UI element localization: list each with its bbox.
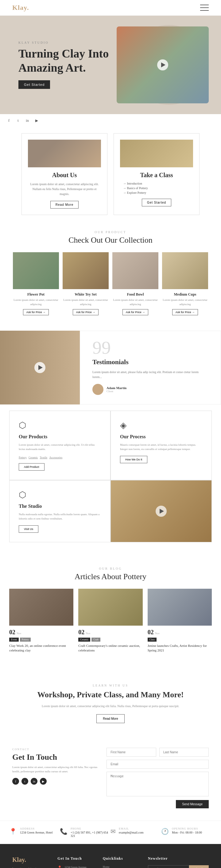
visit-us-button[interactable]: Visit Us xyxy=(19,525,38,533)
product-desc-3: Lorem ipsum dolor sit amet, consectetur … xyxy=(112,298,158,306)
blog-tag-ceramic[interactable]: Ceramic xyxy=(78,638,90,642)
email-label: Email xyxy=(119,827,144,830)
hero-content: KLAY STUDIO Turning Clay Into Amazing Ar… xyxy=(19,41,109,89)
contact-social-instagram[interactable]: in xyxy=(31,778,37,785)
testimonial-play-button[interactable] xyxy=(34,362,45,373)
class-get-started-button[interactable]: Get Started xyxy=(142,199,171,207)
products-grid: Flower Pot Lorem ipsum dolor sit amet, c… xyxy=(0,252,221,324)
blog-tag-event[interactable]: Event xyxy=(9,638,19,642)
blog-card-2: 02 Nov Ceramic Craft Craft Contemporary'… xyxy=(78,589,142,653)
about-description: Lorem ipsum dolor sit amet, consectetur … xyxy=(28,182,101,196)
product-image-4 xyxy=(162,252,208,289)
the-studio-box: ⬡ The Studio Nulla malesuada nulla egest… xyxy=(9,480,110,542)
blog-card-3: 02 Nov Class Jenine launches Crafts, Art… xyxy=(148,589,212,653)
contact-first-name-input[interactable] xyxy=(107,748,156,757)
our-products-icon: ⬡ xyxy=(19,420,101,430)
author-role: Client xyxy=(107,390,126,393)
blog-tag-pottery[interactable]: Pottery xyxy=(20,638,31,642)
blog-image-1 xyxy=(9,589,73,626)
social-youtube[interactable]: ▶ xyxy=(34,118,39,123)
address-icon: 📍 xyxy=(9,828,17,835)
footer-desc: Lorem ipsum dolor sit amet, consectetur … xyxy=(12,866,48,868)
product-name-4: Medium Cups xyxy=(162,292,208,297)
hero-cta-button[interactable]: Get Started xyxy=(19,80,50,89)
workshop-cta-section: LEARN WITH US Workshop, Private Class, a… xyxy=(0,662,221,736)
our-products-box: ⬡ Our Products Lorem ipsum dolor sit ame… xyxy=(9,411,110,480)
send-message-button[interactable]: Send Message xyxy=(176,800,209,808)
testimonial-text: Lorem ipsum dolor sit amet, please fulia… xyxy=(93,370,209,379)
workshop-play-button[interactable] xyxy=(156,506,167,517)
address-value: 1234 Green Avenue, Hotel xyxy=(20,831,52,834)
product-desc-4: Lorem ipsum dolor sit amet, consectetur … xyxy=(162,298,208,306)
ask-price-button-3[interactable]: Ask for Price → xyxy=(122,309,149,315)
contact-social-twitter[interactable]: t xyxy=(22,778,28,785)
tag-ceramic[interactable]: Ceramic xyxy=(29,456,38,459)
info-bar: 📍 Address 1234 Green Avenue, Hotel 📞 Pho… xyxy=(0,820,221,844)
hero-images xyxy=(104,16,221,114)
footer-logo: Klay. xyxy=(12,856,48,863)
hours-label: Opening Hours xyxy=(172,827,202,830)
contact-message-textarea[interactable] xyxy=(107,772,209,796)
blog-tag-class[interactable]: Class xyxy=(148,638,156,642)
blog-tags-1: Event Pottery xyxy=(9,638,73,642)
class-title: Take a Class xyxy=(120,172,193,179)
the-studio-icon: ⬡ xyxy=(19,490,101,500)
contact-label: CONTACT xyxy=(12,748,97,751)
product-image-2 xyxy=(63,252,109,289)
product-desc-1: Lorem ipsum dolor sit amet, consectetur … xyxy=(13,298,59,306)
hero-ceramics-image xyxy=(117,27,209,103)
blog-grid: 02 Nov Event Pottery Clay Work 20, an on… xyxy=(9,589,212,653)
our-process-box: ◈ Our Process Mauris consequat lorem sit… xyxy=(110,411,212,480)
tag-accessories[interactable]: Accessories xyxy=(49,456,62,459)
info-bar-hours: 🕐 Opening Hours Mon - Fri: 08:00 - 18:00 xyxy=(161,827,212,838)
blog-date-2: 02 Nov xyxy=(78,629,142,636)
ask-price-button-1[interactable]: Ask for Price → xyxy=(23,309,49,315)
contact-last-name-input[interactable] xyxy=(159,748,209,757)
social-linkedin[interactable]: in xyxy=(25,118,30,123)
our-process-desc: Mauris consequat lorem sit amet, id luct… xyxy=(120,443,202,452)
tag-textile[interactable]: Textile xyxy=(40,456,47,459)
testimonial-play-icon xyxy=(38,365,43,370)
logo: Klay. xyxy=(12,4,29,12)
social-twitter[interactable]: t xyxy=(15,118,21,123)
blog-date-1: 02 Nov xyxy=(9,629,73,636)
newsletter-subscribe-button[interactable]: Subscribe xyxy=(189,865,209,868)
about-class-section: About Us Lorem ipsum dolor sit amet, con… xyxy=(0,127,221,221)
ask-price-button-2[interactable]: Ask for Price → xyxy=(73,309,99,315)
class-card-image xyxy=(120,140,193,167)
contact-social-facebook[interactable]: f xyxy=(12,778,19,785)
email-value: example@mail.com xyxy=(119,831,144,834)
hours-content: Opening Hours Mon - Fri: 08:00 - 18:00 xyxy=(172,827,202,834)
footer-contact-heading: Get In Touch xyxy=(58,856,93,861)
newsletter-email-input[interactable] xyxy=(148,865,189,868)
workshop-cta-label: LEARN WITH US xyxy=(25,684,196,687)
about-read-more-button[interactable]: Read More xyxy=(50,201,79,209)
blog-tags-3: Class xyxy=(148,638,212,642)
contact-email-input[interactable] xyxy=(107,760,209,769)
phone-value: +1 (24) 567 891, +1 (987) 654 321 xyxy=(71,831,110,838)
how-we-do-it-button[interactable]: How We Do It xyxy=(120,456,147,463)
blog-card-1: 02 Nov Event Pottery Clay Work 20, an on… xyxy=(9,589,73,653)
hero-title: Turning Clay Into Amazing Art. xyxy=(19,47,109,75)
author-avatar xyxy=(93,384,104,395)
social-facebook[interactable]: f xyxy=(6,118,12,123)
blog-tag-craft[interactable]: Craft xyxy=(91,638,100,642)
hamburger-menu[interactable] xyxy=(200,5,209,11)
footer-newsletter-col: Newsletter Subscribe xyxy=(148,856,209,868)
about-title: About Us xyxy=(28,172,101,179)
hero-play-button[interactable] xyxy=(157,59,168,70)
info-bar-address: 📍 Address 1234 Green Avenue, Hotel xyxy=(9,827,60,838)
ask-price-button-4[interactable]: Ask for Price → xyxy=(172,309,198,315)
header: Klay. xyxy=(0,0,221,16)
info-grid: ⬡ Our Products Lorem ipsum dolor sit ame… xyxy=(9,411,212,542)
contact-form: Send Message xyxy=(107,748,209,808)
product-card-4: Medium Cups Lorem ipsum dolor sit amet, … xyxy=(162,252,208,315)
workshop-read-more-button[interactable]: Read More xyxy=(97,714,124,723)
testimonial-heading: Testimonials xyxy=(93,358,209,366)
tag-pottery[interactable]: Pottery xyxy=(19,456,27,459)
footer-link-home[interactable]: Home xyxy=(103,865,139,868)
studio-image-box xyxy=(110,480,212,542)
add-product-button[interactable]: Add Product xyxy=(19,463,44,471)
workshop-cta-desc: Lorem ipsum dolor sit amet, consectetur … xyxy=(25,704,196,709)
contact-social-youtube[interactable]: ▶ xyxy=(40,778,47,785)
